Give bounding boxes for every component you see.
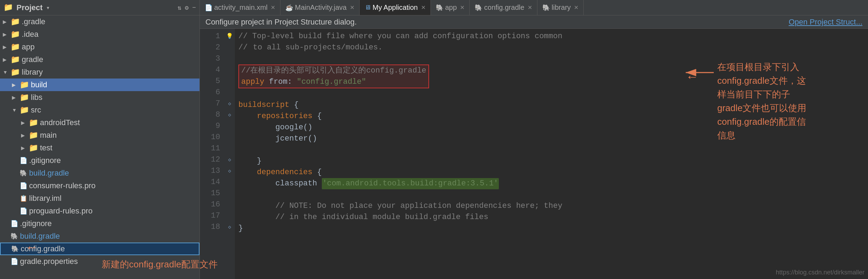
myapp-file-icon: 🖥	[365, 4, 371, 11]
code-line-14: classpath 'com.android.tools.build:gradl…	[238, 178, 868, 189]
sidebar-item-libs[interactable]: ▶ 📁 libs	[0, 91, 199, 104]
sidebar-item-build[interactable]: ▶ 📁 build	[0, 79, 199, 91]
tab-label-main-activity: MainActivity.java	[295, 4, 346, 12]
tab-close-my-application[interactable]: ✕	[421, 4, 426, 11]
folder-icon-build: 📁	[20, 80, 29, 89]
sidebar-label-idea: .idea	[22, 30, 39, 39]
info-message: Configure project in Project Structure d…	[205, 18, 357, 27]
tab-config-gradle[interactable]: 🐘 config.gradle ✕	[470, 0, 537, 15]
tab-app[interactable]: 🐘 app ✕	[431, 0, 470, 15]
tab-activity-main[interactable]: 📄 activity_main.xml ✕	[200, 0, 280, 15]
file-icon-build-gradle-root: 🐘	[11, 232, 18, 240]
horizontal-split-icon[interactable]: ⇅	[178, 4, 182, 12]
tab-label-activity-main: activity_main.xml	[214, 4, 267, 12]
file-icon-gradle-properties: 📄	[11, 258, 18, 265]
line-numbers: 123456 789101112 131415161718	[200, 29, 224, 279]
folder-icon-androidtest: 📁	[29, 118, 38, 127]
code-line-2: // to all sub-projects/modules.	[238, 42, 868, 53]
bottom-annotation: 新建的config.gradle配置文件	[102, 258, 218, 271]
sidebar-item-app[interactable]: ▶ 📁 app	[0, 41, 199, 53]
right-annotation-text: 在项目根目录下引入config.gradle文件，这样当前目下下的子gradle…	[717, 60, 864, 142]
right-annotation: → 在项目根目录下引入config.gradle文件，这样当前目下下的子grad…	[717, 60, 864, 142]
code-line-1: // Top-level build file where you can ad…	[238, 31, 868, 42]
code-line-13: dependencies {	[238, 167, 868, 178]
open-project-link[interactable]: Open Project Struct...	[789, 18, 862, 27]
bottom-arrow-annotation: ←	[28, 241, 36, 255]
tab-close-activity-main[interactable]: ✕	[271, 4, 275, 11]
sidebar-label-gradle-properties: gradle.properties	[20, 257, 78, 266]
sidebar-label-gitignore-root: .gitignore	[20, 219, 52, 228]
folder-icon-gradle2: 📁	[11, 55, 20, 64]
code-line-5: apply from: "config.gradle"	[241, 76, 426, 88]
sidebar-item-gitignore-lib[interactable]: 📄 .gitignore	[0, 154, 199, 167]
tab-close-main-activity[interactable]: ✕	[350, 4, 354, 11]
folder-icon-src: 📁	[20, 106, 29, 115]
config-file-icon: 🐘	[475, 4, 482, 12]
sidebar-item-consumer-rules[interactable]: 📄 consumer-rules.pro	[0, 179, 199, 192]
sidebar-item-androidtest[interactable]: ▶ 📁 androidTest	[0, 116, 199, 129]
sidebar-label-build-gradle-lib: build.gradle	[29, 169, 69, 178]
app-file-icon: 🐘	[436, 4, 443, 12]
tab-main-activity[interactable]: ☕ MainActivity.java ✕	[280, 0, 359, 15]
info-bar: Configure project in Project Structure d…	[200, 15, 868, 29]
folder-icon-idea: 📁	[11, 30, 20, 39]
tab-close-app[interactable]: ✕	[460, 4, 464, 11]
folder-icon-library: 📁	[11, 68, 20, 77]
sidebar-item-library-iml[interactable]: 📋 library.iml	[0, 192, 199, 205]
highlight-box: //在根目录的头部可以引入自定义的config.gradle apply fro…	[238, 64, 429, 88]
editor-panel: Configure project in Project Structure d…	[200, 15, 868, 279]
xml-file-icon: 📄	[205, 4, 212, 12]
sidebar-item-idea[interactable]: ▶ 📁 .idea	[0, 28, 199, 41]
tab-label-my-application: My Application	[373, 4, 418, 12]
file-icon-proguard-rules: 📄	[20, 207, 27, 215]
sidebar-label-main: main	[40, 131, 57, 140]
project-icon: 📁	[4, 3, 13, 12]
file-icon-library-iml: 📋	[20, 195, 27, 202]
sidebar-label-gitignore-lib: .gitignore	[29, 156, 61, 165]
sidebar-item-gitignore-root[interactable]: 📄 .gitignore	[0, 217, 199, 230]
tab-close-config-gradle[interactable]: ✕	[528, 4, 532, 11]
watermark: https://blog.csdn.net/dirksmaller	[776, 269, 864, 276]
sidebar-item-proguard-rules[interactable]: 📄 proguard-rules.pro	[0, 205, 199, 217]
settings-icon[interactable]: ⚙	[185, 4, 189, 12]
sidebar-item-gradle2[interactable]: ▶ 📁 gradle	[0, 53, 199, 66]
file-icon-gitignore-root: 📄	[11, 220, 18, 227]
code-line-16: // NOTE: Do not place your application d…	[238, 200, 868, 212]
sidebar-label-gradle2: gradle	[22, 55, 43, 64]
gutter-icons: 💡 ◇ ◇ ◇ ◇ ◇	[224, 29, 235, 279]
sidebar-label-proguard-rules: proguard-rules.pro	[29, 206, 93, 216]
sidebar-label-library: library	[22, 68, 43, 77]
java-file-icon: ☕	[285, 4, 293, 12]
sidebar-item-main[interactable]: ▶ 📁 main	[0, 129, 199, 142]
sidebar-label-build-gradle-root: build.gradle	[20, 232, 60, 241]
folder-icon-gradle: 📁	[11, 17, 20, 26]
sidebar-label-library-iml: library.iml	[29, 194, 61, 203]
sidebar-label-libs: libs	[31, 93, 42, 102]
sidebar-item-src[interactable]: ▼ 📁 src	[0, 104, 199, 116]
sidebar-item-test[interactable]: ▶ 📁 test	[0, 142, 199, 154]
sidebar-item-build-gradle-lib[interactable]: 🐘 build.gradle	[0, 167, 199, 179]
code-line-15	[238, 189, 868, 200]
tab-label-config-gradle: config.gradle	[484, 4, 524, 12]
code-line-12: }	[238, 156, 868, 167]
sidebar-dropdown-icon[interactable]: ▾	[46, 4, 50, 12]
library-file-icon: 🐘	[542, 4, 550, 12]
sidebar-item-library[interactable]: ▼ 📁 library	[0, 66, 199, 79]
minimize-icon[interactable]: −	[192, 4, 196, 11]
code-line-17: // in the individual module build.gradle…	[238, 212, 868, 223]
sidebar-item-gradle[interactable]: ▶ 📁 .gradle	[0, 15, 199, 28]
sidebar-label-test: test	[40, 143, 52, 152]
sidebar-label-app: app	[22, 42, 35, 52]
sidebar-label-config-gradle: config.gradle	[21, 244, 65, 253]
tab-library[interactable]: 🐘 library ✕	[537, 0, 584, 15]
tab-label-library: library	[552, 4, 571, 12]
file-icon-consumer-rules: 📄	[20, 182, 27, 190]
code-content[interactable]: // Top-level build file where you can ad…	[235, 29, 868, 279]
tab-my-application[interactable]: 🖥 My Application ✕	[360, 0, 431, 15]
project-sidebar: ▶ 📁 .gradle ▶ 📁 .idea ▶ 📁 app ▶ 📁 gradle	[0, 15, 200, 279]
sidebar-label-src: src	[31, 106, 41, 115]
code-line-11	[238, 144, 868, 156]
tab-close-library[interactable]: ✕	[574, 4, 578, 11]
tab-label-app: app	[445, 4, 457, 12]
sidebar-label-consumer-rules: consumer-rules.pro	[29, 181, 96, 190]
